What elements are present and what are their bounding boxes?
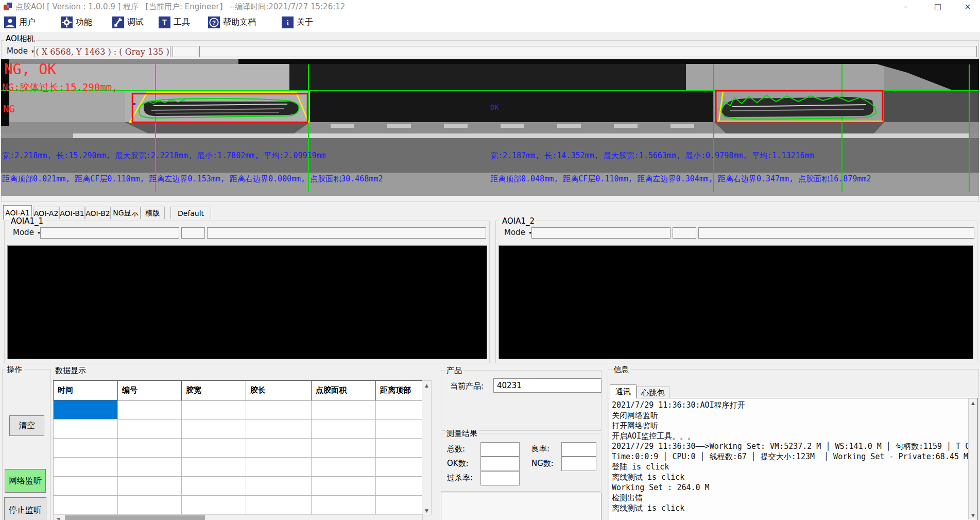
total-field[interactable] bbox=[480, 442, 520, 457]
table-cell[interactable] bbox=[182, 477, 246, 496]
table-cell[interactable] bbox=[182, 420, 246, 439]
table-row[interactable] bbox=[54, 458, 422, 477]
table-cell[interactable] bbox=[312, 496, 376, 515]
table-cell[interactable] bbox=[54, 420, 118, 439]
panel-left-mode-dropdown[interactable]: Mode ▾ bbox=[10, 227, 43, 238]
toolbar-help[interactable]: ? 帮助文档 bbox=[208, 15, 256, 29]
current-product-field[interactable]: 40231 bbox=[493, 378, 601, 393]
col-time[interactable]: 时间 bbox=[54, 381, 118, 400]
results-group-label: 测量结果 bbox=[445, 429, 479, 439]
table-cell[interactable] bbox=[246, 496, 312, 515]
table-cell[interactable] bbox=[376, 458, 422, 477]
toolbar-about[interactable]: i 关于 bbox=[282, 15, 313, 29]
panel-right-field-2[interactable] bbox=[673, 227, 696, 239]
panel-left-field-1[interactable] bbox=[40, 227, 179, 239]
scroll-down-icon[interactable]: ▼ bbox=[422, 506, 431, 515]
toolbar-debug[interactable]: 调试 bbox=[112, 15, 144, 29]
hscroll-thumb[interactable] bbox=[65, 515, 205, 520]
tab-template[interactable]: 模版 bbox=[141, 207, 165, 219]
table-cell[interactable] bbox=[376, 496, 422, 515]
panel-left-field-2[interactable] bbox=[181, 227, 205, 239]
table-cell[interactable] bbox=[312, 439, 376, 458]
col-glue-length[interactable]: 胶长 bbox=[246, 381, 312, 400]
table-cell[interactable] bbox=[118, 496, 182, 515]
clear-button[interactable]: 清空 bbox=[9, 415, 44, 436]
col-glue-width[interactable]: 胶宽 bbox=[182, 381, 246, 400]
scroll-up-icon[interactable]: ▲ bbox=[969, 398, 977, 407]
col-dist-top[interactable]: 距离顶部 bbox=[376, 381, 422, 400]
comms-log[interactable]: 2021/7/29 11:36:30:AOI程序打开 关闭网络监听 打开网络监听… bbox=[609, 398, 978, 520]
panel-right-mode-dropdown[interactable]: Mode ▾ bbox=[502, 227, 534, 238]
panel-left-image[interactable] bbox=[7, 245, 487, 359]
table-cell[interactable] bbox=[54, 458, 118, 477]
scroll-down-icon[interactable]: ▼ bbox=[969, 511, 977, 519]
table-cell[interactable] bbox=[246, 420, 312, 439]
stop-listen-button[interactable]: 停止监听 bbox=[4, 497, 46, 520]
table-cell[interactable] bbox=[54, 496, 118, 515]
table-cell[interactable] bbox=[118, 439, 182, 458]
yield-field[interactable] bbox=[561, 442, 596, 457]
toolbar-function[interactable]: 功能 bbox=[61, 15, 92, 29]
col-serial[interactable]: 编号 bbox=[118, 381, 182, 400]
table-row[interactable] bbox=[54, 477, 422, 496]
table-cell[interactable] bbox=[376, 477, 422, 496]
table-cell[interactable] bbox=[182, 439, 246, 458]
table-cell[interactable] bbox=[246, 458, 312, 477]
table-cell[interactable] bbox=[376, 420, 422, 439]
panel-right-field-3[interactable] bbox=[698, 227, 974, 239]
coordinate-readout[interactable]: ( X 6568, Y 1463 ) : ( Gray 135 ) bbox=[35, 46, 170, 57]
table-cell[interactable] bbox=[118, 420, 182, 439]
maximize-button[interactable]: □ bbox=[925, 0, 950, 13]
camera-field-wide[interactable] bbox=[199, 46, 977, 57]
table-row[interactable] bbox=[54, 420, 422, 439]
toolbar-tools[interactable]: T 工具 bbox=[159, 15, 190, 29]
tab-default[interactable]: Default bbox=[170, 207, 211, 219]
table-cell[interactable] bbox=[182, 458, 246, 477]
tab-heartbeat[interactable]: 心跳包 bbox=[637, 387, 669, 398]
tab-aoi-b2[interactable]: AOI-B2 bbox=[85, 207, 111, 219]
table-hscrollbar[interactable]: ◄ bbox=[53, 514, 423, 520]
camera-mode-dropdown[interactable]: Mode ▾ bbox=[4, 45, 37, 57]
table-cell[interactable] bbox=[312, 400, 376, 420]
table-cell[interactable] bbox=[54, 477, 118, 496]
table-cell[interactable] bbox=[312, 477, 376, 496]
toolbar-user[interactable]: 用户 bbox=[4, 15, 36, 29]
minimize-button[interactable]: – bbox=[893, 0, 918, 13]
table-cell[interactable] bbox=[182, 496, 246, 515]
log-vscrollbar[interactable]: ▲ ▼ bbox=[968, 398, 977, 519]
table-cell[interactable] bbox=[118, 400, 182, 420]
overkill-field[interactable] bbox=[480, 471, 520, 485]
tab-aoi-b1[interactable]: AOI-B1 bbox=[59, 207, 85, 219]
data-table-label: 数据显示 bbox=[54, 366, 88, 376]
ok-count-field[interactable] bbox=[480, 457, 520, 471]
table-cell[interactable] bbox=[182, 400, 246, 420]
table-cell[interactable] bbox=[376, 400, 422, 420]
table-row[interactable] bbox=[54, 439, 422, 458]
col-glue-area[interactable]: 点胶面积 bbox=[312, 381, 376, 400]
tab-ng-display[interactable]: NG显示 bbox=[111, 207, 141, 219]
table-cell[interactable] bbox=[54, 439, 118, 458]
table-cell[interactable] bbox=[54, 400, 118, 420]
table-row[interactable] bbox=[54, 400, 422, 420]
table-cell[interactable] bbox=[246, 439, 312, 458]
table-vscrollbar[interactable]: ▲ ▼ bbox=[422, 380, 432, 515]
table-cell[interactable] bbox=[376, 439, 422, 458]
scroll-left-icon[interactable]: ◄ bbox=[54, 515, 62, 520]
close-button[interactable]: × bbox=[955, 0, 980, 13]
table-cell[interactable] bbox=[118, 458, 182, 477]
table-cell[interactable] bbox=[312, 458, 376, 477]
ng-count-field[interactable] bbox=[561, 457, 596, 471]
panel-right-field-1[interactable] bbox=[531, 227, 670, 239]
table-cell[interactable] bbox=[312, 420, 376, 439]
panel-left-field-3[interactable] bbox=[207, 227, 486, 239]
camera-field-small[interactable] bbox=[173, 46, 197, 57]
table-cell[interactable] bbox=[246, 400, 312, 420]
scroll-up-icon[interactable]: ▲ bbox=[422, 381, 431, 390]
data-table[interactable]: 时间 编号 胶宽 胶长 点胶面积 距离顶部 bbox=[53, 380, 422, 515]
table-cell[interactable] bbox=[246, 477, 312, 496]
panel-right-image[interactable] bbox=[498, 245, 973, 359]
table-row[interactable] bbox=[54, 496, 422, 515]
table-cell[interactable] bbox=[118, 477, 182, 496]
network-listen-button[interactable]: 网络监听 bbox=[5, 469, 46, 493]
tab-comms[interactable]: 通讯 bbox=[610, 384, 637, 398]
